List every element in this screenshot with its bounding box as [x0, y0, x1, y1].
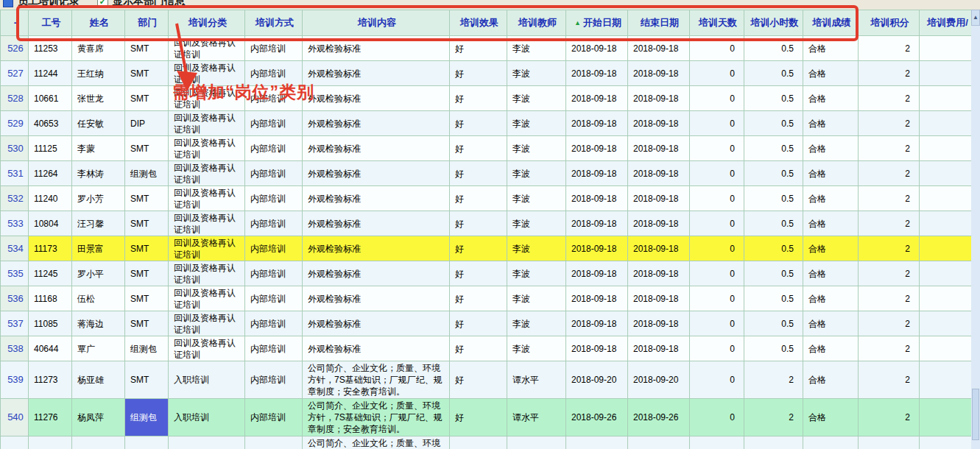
column-header-points[interactable]: 培训积分	[859, 10, 920, 36]
cell-cost[interactable]	[920, 436, 972, 449]
cell-points[interactable]: 2	[859, 261, 920, 286]
column-header-hours[interactable]: 培训小时数	[744, 10, 803, 36]
cell-days[interactable]: 0	[690, 236, 744, 261]
cell-end-date[interactable]: 2018-09-18	[628, 261, 690, 286]
cell-score[interactable]: 合格	[803, 436, 859, 449]
cell-content[interactable]: 公司简介、企业文化；质量、环境方针，7S基础知识；厂规厂纪、规章制度；安全教育培…	[303, 399, 450, 436]
cell-emp-id[interactable]: 11173	[29, 236, 72, 261]
cell-score[interactable]: 合格	[803, 211, 859, 236]
cell-category[interactable]: 回训及资格再认证培训	[169, 111, 245, 136]
cell-hours[interactable]: 2	[744, 436, 803, 449]
cell-emp-id[interactable]: 11125	[29, 136, 72, 161]
cell-start-date[interactable]: 2018-09-26	[566, 399, 628, 436]
row-number-cell[interactable]: 539	[1, 361, 29, 399]
cell-points[interactable]: 2	[859, 186, 920, 211]
cell-score[interactable]: 合格	[803, 336, 859, 361]
cell-emp-id[interactable]: 11276	[29, 399, 72, 436]
column-header-cost[interactable]: 培训费用/	[920, 10, 972, 36]
cell-score[interactable]: 合格	[803, 399, 859, 436]
cell-teacher[interactable]: 李波	[507, 236, 566, 261]
cell-emp-id[interactable]: 11253	[29, 36, 72, 61]
cell-end-date[interactable]: 2018-09-18	[628, 86, 690, 111]
cell-hours[interactable]: 0.5	[744, 286, 803, 311]
cell-points[interactable]: 2	[859, 236, 920, 261]
cell-teacher[interactable]: 谭水平	[507, 399, 566, 436]
cell-teacher[interactable]: 李波	[507, 286, 566, 311]
cell-content[interactable]: 外观检验标准	[303, 261, 450, 286]
cell-effect[interactable]: 好	[450, 211, 507, 236]
cell-teacher[interactable]: 谭水平	[507, 361, 566, 399]
cell-method[interactable]: 内部培训	[245, 36, 303, 61]
cell-end-date[interactable]: 2018-09-18	[628, 161, 690, 186]
cell-cost[interactable]	[920, 186, 972, 211]
cell-dept[interactable]: 组测包	[125, 336, 169, 361]
cell-start-date[interactable]: 2018-09-18	[566, 161, 628, 186]
cell-days[interactable]: 0	[690, 111, 744, 136]
cell-effect[interactable]: 好	[450, 186, 507, 211]
cell-hours[interactable]: 0.5	[744, 36, 803, 61]
cell-effect[interactable]: 好	[450, 311, 507, 336]
cell-start-date[interactable]: 2018-09-18	[566, 136, 628, 161]
cell-emp-id[interactable]: 40653	[29, 111, 72, 136]
cell-dept[interactable]: SMT	[125, 186, 169, 211]
cell-cost[interactable]	[920, 361, 972, 399]
cell-score[interactable]: 合格	[803, 361, 859, 399]
cell-days[interactable]: 0	[690, 361, 744, 399]
cell-category[interactable]: 回训及资格再认证培训	[169, 186, 245, 211]
cell-dept[interactable]: DIP	[125, 111, 169, 136]
cell-dept[interactable]: 财务部	[125, 436, 169, 449]
cell-method[interactable]: 内部培训	[245, 311, 303, 336]
cell-days[interactable]: 0	[690, 211, 744, 236]
cell-content[interactable]: 外观检验标准	[303, 136, 450, 161]
cell-points[interactable]: 2	[859, 161, 920, 186]
cell-cost[interactable]	[920, 136, 972, 161]
cell-content[interactable]: 外观检验标准	[303, 161, 450, 186]
cell-dept[interactable]: 组测包	[125, 161, 169, 186]
cell-hours[interactable]: 0.5	[744, 336, 803, 361]
row-number-cell[interactable]: 532	[1, 186, 29, 211]
cell-points[interactable]: 2	[859, 399, 920, 436]
column-header-effect[interactable]: 培训效果	[450, 10, 507, 36]
cell-method[interactable]: 内部培训	[245, 161, 303, 186]
cell-name[interactable]: 罗小芳	[72, 186, 125, 211]
cell-teacher[interactable]: 李波	[507, 311, 566, 336]
cell-points[interactable]: 2	[859, 436, 920, 449]
cell-days[interactable]: 0	[690, 161, 744, 186]
row-number-cell[interactable]: 529	[1, 111, 29, 136]
cell-category[interactable]: 回训及资格再认证培训	[169, 211, 245, 236]
cell-teacher[interactable]: 谭水平	[507, 436, 566, 449]
cell-end-date[interactable]: 2018-09-18	[628, 61, 690, 86]
cell-method[interactable]: 内部培训	[245, 236, 303, 261]
cell-score[interactable]: 合格	[803, 311, 859, 336]
column-header-name[interactable]: 姓名	[72, 10, 125, 36]
cell-points[interactable]: 2	[859, 311, 920, 336]
cell-start-date[interactable]: 2018-09-26	[566, 436, 628, 449]
cell-cost[interactable]	[920, 286, 972, 311]
cell-name[interactable]: 王红纳	[72, 61, 125, 86]
cell-name[interactable]: 罗小平	[72, 261, 125, 286]
row-number-cell[interactable]: 528	[1, 86, 29, 111]
scroll-up-button[interactable]: ▲	[971, 10, 980, 26]
cell-emp-id[interactable]: 11168	[29, 286, 72, 311]
cell-points[interactable]: 2	[859, 286, 920, 311]
cell-method[interactable]: 内部培训	[245, 286, 303, 311]
cell-hours[interactable]: 0.5	[744, 261, 803, 286]
cell-end-date[interactable]: 2018-09-18	[628, 111, 690, 136]
cell-teacher[interactable]: 李波	[507, 136, 566, 161]
vertical-scrollbar[interactable]: ▲	[971, 10, 980, 449]
cell-content[interactable]: 外观检验标准	[303, 111, 450, 136]
cell-content[interactable]: 外观检验标准	[303, 236, 450, 261]
cell-emp-id[interactable]: 10804	[29, 211, 72, 236]
cell-dept[interactable]: SMT	[125, 86, 169, 111]
cell-days[interactable]: 0	[690, 311, 744, 336]
cell-dept[interactable]: 组测包	[125, 399, 169, 436]
cell-days[interactable]: 0	[690, 399, 744, 436]
cell-emp-id[interactable]: 11264	[29, 161, 72, 186]
cell-dept[interactable]: SMT	[125, 261, 169, 286]
cell-days[interactable]: 0	[690, 261, 744, 286]
cell-teacher[interactable]: 李波	[507, 36, 566, 61]
cell-name[interactable]: 蒋海边	[72, 311, 125, 336]
cell-effect[interactable]: 好	[450, 261, 507, 286]
cell-name[interactable]: 汪习馨	[72, 211, 125, 236]
cell-end-date[interactable]: 2018-09-20	[628, 361, 690, 399]
